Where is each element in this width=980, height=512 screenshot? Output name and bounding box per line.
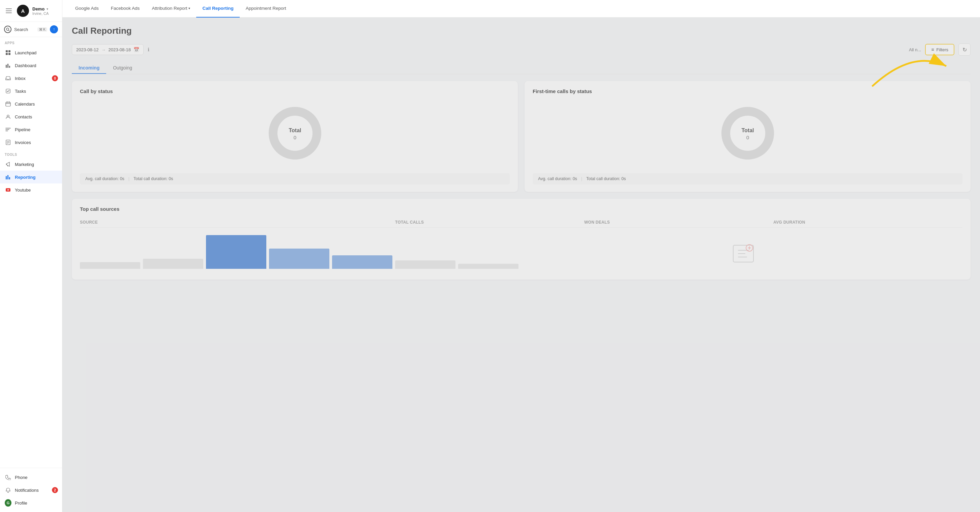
top-navigation: Google Ads Facebook Ads Attribution Repo… bbox=[62, 0, 980, 18]
top-call-sources-title: Top call sources bbox=[80, 206, 963, 212]
sidebar: A Demo ▾ Irvine, CA Search ⌘ K ↑ Apps La… bbox=[0, 0, 62, 512]
svg-point-11 bbox=[7, 115, 9, 117]
info-icon[interactable]: ℹ bbox=[148, 47, 150, 52]
ft-total-call-duration-label: Total call duration: 0s bbox=[586, 176, 626, 181]
svg-text:0: 0 bbox=[293, 135, 296, 140]
filter-lines-icon: ≡ bbox=[931, 47, 934, 52]
avatar: A bbox=[17, 5, 29, 17]
svg-rect-5 bbox=[8, 53, 10, 55]
sidebar-item-launchpad-label: Launchpad bbox=[15, 50, 37, 55]
svg-rect-3 bbox=[8, 50, 10, 52]
first-time-calls-card: First-time calls by status Total 0 Avg. … bbox=[525, 81, 970, 192]
sidebar-item-reporting-label: Reporting bbox=[15, 175, 35, 180]
svg-rect-15 bbox=[9, 177, 10, 179]
svg-rect-4 bbox=[6, 53, 8, 55]
search-bar[interactable]: Search ⌘ K ↑ bbox=[0, 22, 62, 37]
sidebar-item-profile[interactable]: G Profile bbox=[0, 496, 62, 509]
notifications-badge: 2 bbox=[52, 487, 58, 493]
calendar-icon bbox=[5, 100, 11, 107]
phone-icon bbox=[5, 474, 11, 481]
sidebar-item-calendars[interactable]: Calendars bbox=[0, 97, 62, 110]
page-content: Call Reporting 2023-08-12 → 2023-08-18 📅… bbox=[62, 18, 980, 512]
sidebar-item-dashboard-label: Dashboard bbox=[15, 63, 37, 68]
youtube-icon bbox=[5, 187, 11, 193]
nav-google-ads[interactable]: Google Ads bbox=[69, 0, 105, 18]
search-shortcut: ⌘ K bbox=[37, 27, 47, 32]
main-content: Google Ads Facebook Ads Attribution Repo… bbox=[62, 0, 980, 512]
ft-avg-call-duration-label: Avg. call duration: 0s bbox=[538, 176, 577, 181]
cards-row: Call by status Total 0 Avg. call duratio… bbox=[72, 81, 970, 192]
sidebar-item-pipeline[interactable]: Pipeline bbox=[0, 123, 62, 136]
date-range-selector[interactable]: 2023-08-12 → 2023-08-18 📅 bbox=[72, 44, 143, 55]
nav-appointment-report[interactable]: Appointment Report bbox=[240, 0, 292, 18]
notifications-icon bbox=[5, 487, 11, 493]
sidebar-item-pipeline-label: Pipeline bbox=[15, 127, 30, 132]
date-start: 2023-08-12 bbox=[76, 47, 99, 52]
inbox-badge: 0 bbox=[52, 75, 58, 81]
total-call-duration-label: Total call duration: 0s bbox=[134, 176, 173, 181]
inbox-icon bbox=[5, 75, 11, 81]
svg-text:Total: Total bbox=[741, 128, 754, 133]
top-call-sources-content bbox=[80, 232, 963, 272]
sidebar-item-reporting[interactable]: Reporting bbox=[0, 171, 62, 183]
svg-point-0 bbox=[6, 28, 9, 30]
svg-text:0: 0 bbox=[746, 135, 749, 140]
sidebar-item-dashboard[interactable]: Dashboard bbox=[0, 59, 62, 72]
tools-section-label: Tools bbox=[0, 149, 62, 158]
user-name: Demo bbox=[32, 6, 45, 11]
nav-call-reporting[interactable]: Call Reporting bbox=[196, 0, 239, 18]
all-label: All n... bbox=[909, 47, 921, 52]
sidebar-item-notifications[interactable]: Notifications 2 bbox=[0, 484, 62, 496]
page-title: Call Reporting bbox=[72, 26, 970, 36]
chevron-down-icon: ▾ bbox=[46, 7, 48, 11]
call-by-status-card: Call by status Total 0 Avg. call duratio… bbox=[72, 81, 518, 192]
col-won-deals: Won deals bbox=[584, 220, 773, 225]
sidebar-item-launchpad[interactable]: Launchpad bbox=[0, 46, 62, 59]
bar-chart-icon bbox=[5, 62, 11, 69]
svg-rect-13 bbox=[6, 176, 7, 179]
avg-call-duration-label: Avg. call duration: 0s bbox=[85, 176, 124, 181]
grid-icon bbox=[5, 49, 11, 56]
sidebar-item-calendars-label: Calendars bbox=[15, 102, 35, 107]
sidebar-item-youtube[interactable]: Youtube bbox=[0, 183, 62, 196]
reporting-icon bbox=[5, 174, 11, 180]
date-end: 2023-08-18 bbox=[108, 47, 131, 52]
sidebar-item-inbox[interactable]: Inbox 0 bbox=[0, 72, 62, 85]
nav-attribution-report[interactable]: Attribution Report ▾ bbox=[146, 0, 196, 18]
profile-icon: G bbox=[5, 499, 11, 506]
sidebar-item-marketing[interactable]: Marketing bbox=[0, 158, 62, 171]
sidebar-item-profile-label: Profile bbox=[15, 501, 27, 506]
first-time-calls-title: First-time calls by status bbox=[533, 88, 963, 94]
tab-incoming[interactable]: Incoming bbox=[72, 62, 106, 74]
sidebar-item-phone[interactable]: Phone bbox=[0, 471, 62, 484]
sidebar-item-invoices[interactable]: Invoices bbox=[0, 136, 62, 149]
bar-chart-area bbox=[80, 232, 519, 272]
calendar-icon[interactable]: 📅 bbox=[134, 47, 139, 52]
date-arrow-icon: → bbox=[102, 47, 106, 52]
filter-bar: 2023-08-12 → 2023-08-18 📅 ℹ All n... ≡ F… bbox=[72, 43, 970, 56]
tab-outgoing[interactable]: Outgoing bbox=[106, 62, 139, 74]
collapse-button[interactable] bbox=[4, 6, 13, 16]
first-time-calls-footer: Avg. call duration: 0s | Total call dura… bbox=[533, 173, 963, 185]
table-header: Source Total calls Won deals Avg Duratio… bbox=[80, 217, 963, 228]
footer-separator: | bbox=[129, 176, 129, 181]
megaphone-icon bbox=[5, 161, 11, 167]
search-icon bbox=[4, 26, 11, 33]
sidebar-item-tasks[interactable]: Tasks bbox=[0, 85, 62, 97]
call-by-status-footer: Avg. call duration: 0s | Total call dura… bbox=[80, 173, 510, 185]
sidebar-item-notifications-label: Notifications bbox=[15, 488, 39, 493]
filters-button[interactable]: ≡ Filters bbox=[925, 44, 955, 55]
upgrade-button[interactable]: ↑ bbox=[50, 25, 58, 33]
svg-line-1 bbox=[8, 30, 10, 31]
footer-separator-2: | bbox=[581, 176, 582, 181]
sidebar-item-invoices-label: Invoices bbox=[15, 140, 31, 145]
empty-state-icon bbox=[524, 232, 963, 272]
svg-rect-8 bbox=[9, 66, 10, 68]
refresh-button[interactable]: ↻ bbox=[958, 43, 970, 56]
section-tabs: Incoming Outgoing bbox=[72, 62, 970, 74]
sidebar-header: A Demo ▾ Irvine, CA bbox=[0, 0, 62, 22]
pipeline-icon bbox=[5, 126, 11, 133]
sidebar-item-contacts[interactable]: Contacts bbox=[0, 110, 62, 123]
nav-facebook-ads[interactable]: Facebook Ads bbox=[105, 0, 146, 18]
svg-point-18 bbox=[273, 111, 317, 155]
